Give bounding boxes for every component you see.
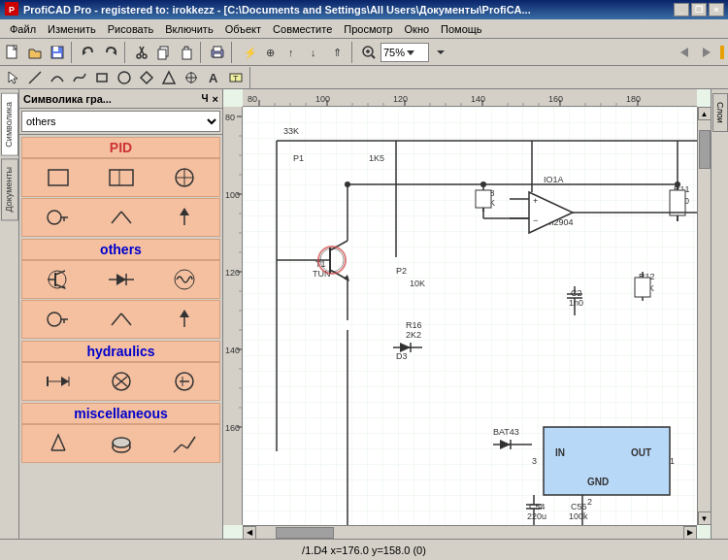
key-symbol2[interactable] [41, 305, 75, 334]
curve-tool[interactable] [69, 67, 90, 88]
line-tool[interactable] [24, 67, 46, 88]
svg-point-64 [175, 270, 194, 289]
print-button[interactable] [207, 42, 228, 63]
key-symbol[interactable] [41, 203, 75, 232]
symbols-close-btn[interactable]: × [213, 93, 218, 105]
main-area: Символика Документы Символика гра... Ч ×… [0, 89, 728, 539]
symbols-pin-btn[interactable]: Ч [202, 93, 209, 104]
canvas-area[interactable]: 80 100 120 140 160 180 [223, 89, 711, 539]
zoom-in-button[interactable] [358, 42, 380, 63]
menu-item-просмотр[interactable]: Просмотр [338, 21, 398, 37]
hyd-symbol2[interactable] [104, 367, 138, 396]
menu-item-окно[interactable]: Окно [399, 21, 436, 37]
wave-symbol[interactable] [167, 265, 201, 294]
svg-text:120: 120 [225, 268, 240, 278]
svg-text:P: P [9, 5, 15, 15]
menu-item-совместите[interactable]: Совместите [267, 21, 338, 37]
svg-text:C2: C2 [571, 288, 582, 298]
transistor-symbol[interactable] [41, 265, 75, 294]
menu-item-объект[interactable]: Объект [219, 21, 267, 37]
arrow-symbol2[interactable] [167, 305, 201, 334]
svg-text:↑: ↑ [288, 47, 294, 58]
minimize-button[interactable]: _ [674, 3, 689, 16]
vscroll-down-btn[interactable]: ▼ [698, 511, 711, 525]
svg-rect-5 [53, 53, 61, 57]
svg-text:C55: C55 [571, 502, 587, 511]
hyd-symbol3[interactable] [167, 367, 201, 396]
arc-tool[interactable] [47, 67, 68, 88]
cut-button[interactable] [131, 42, 152, 63]
arrow-up-symbol[interactable] [167, 203, 201, 232]
hscroll-track[interactable] [256, 526, 683, 540]
separator4 [231, 42, 235, 63]
rect-tool[interactable] [91, 67, 113, 88]
tab-dokumenty[interactable]: Документы [1, 158, 18, 220]
redo-button[interactable] [100, 42, 121, 63]
vscroll-thumb[interactable] [699, 130, 711, 169]
symbol-button5[interactable]: ⇑ [327, 42, 348, 63]
svg-rect-163 [476, 190, 491, 208]
rect-symbol[interactable] [41, 163, 75, 192]
close-button[interactable]: × [709, 3, 724, 16]
angle-symbol2[interactable] [104, 305, 138, 334]
hydraulics-section: hydraulics [21, 341, 220, 401]
nav-forward-button[interactable] [696, 42, 717, 63]
hscroll-left-btn[interactable]: ◀ [243, 526, 256, 540]
label-tool[interactable]: T [225, 67, 247, 88]
titlebar-title: ProfiCAD Pro - registered to: irokkezz -… [23, 4, 674, 16]
paste-button[interactable] [176, 42, 197, 63]
symbol-button1[interactable]: ⚡ [238, 42, 259, 63]
text-tool[interactable]: A [203, 67, 224, 88]
circle-tool[interactable] [114, 67, 135, 88]
svg-text:IO1A: IO1A [544, 175, 564, 184]
misc-symbol1[interactable] [41, 429, 75, 458]
symbol-button2[interactable]: ⊕ [260, 42, 281, 63]
diamond-tool[interactable] [136, 67, 157, 88]
open-button[interactable] [24, 42, 46, 63]
vscroll-up-btn[interactable]: ▲ [698, 107, 711, 120]
new-button[interactable] [2, 42, 23, 63]
zoom-dropdown-button[interactable] [430, 42, 451, 63]
hscroll-right-btn[interactable]: ▶ [683, 526, 697, 540]
canvas-content[interactable]: 33K P1 T1 TUN P2 10K [243, 107, 697, 525]
save-button[interactable] [47, 42, 68, 63]
tab-symbolika[interactable]: Символика [1, 93, 18, 156]
vscrollbar[interactable]: ▲ ▼ [697, 107, 711, 525]
pid-section: PID [21, 137, 220, 237]
cross-symbol[interactable] [167, 163, 201, 192]
menu-item-изменить[interactable]: Изменить [42, 21, 102, 37]
layers-tab[interactable]: Слои [712, 93, 728, 132]
menu-item-файл[interactable]: Файл [4, 21, 42, 37]
symbol-button4[interactable]: ↓ [305, 42, 326, 63]
misc-symbol2[interactable] [104, 429, 138, 458]
nav-back-button[interactable] [674, 42, 695, 63]
svg-text:GND: GND [587, 477, 609, 487]
zoom-value[interactable]: 75% [381, 43, 429, 62]
svg-text:R16: R16 [406, 320, 422, 330]
svg-point-240 [480, 181, 486, 187]
select-tool[interactable] [2, 67, 23, 88]
menu-item-помощь[interactable]: Помощь [435, 21, 488, 37]
side-tabs: Символика Документы [0, 89, 19, 539]
misc-symbol3[interactable] [167, 429, 201, 458]
angle-symbol[interactable] [104, 203, 138, 232]
triangle-tool[interactable] [158, 67, 180, 88]
diode-symbol[interactable] [104, 265, 138, 294]
menu-item-рисовать[interactable]: Рисовать [102, 21, 160, 37]
copy-button[interactable] [153, 42, 175, 63]
svg-text:BAT43: BAT43 [493, 427, 519, 437]
rect-symbol2[interactable] [104, 163, 138, 192]
svg-text:33K: 33K [283, 126, 299, 136]
category-dropdown[interactable]: others PID hydraulics miscellaneous [21, 111, 220, 132]
vscroll-track[interactable] [698, 120, 711, 511]
separator5 [351, 42, 355, 63]
crosshair-tool[interactable] [181, 67, 202, 88]
hyd-symbol1[interactable] [41, 367, 75, 396]
svg-text:↓: ↓ [311, 47, 316, 58]
restore-button[interactable]: ❐ [691, 3, 707, 16]
undo-button[interactable] [78, 42, 99, 63]
hscroll-thumb[interactable] [276, 527, 334, 539]
hscrollbar[interactable]: ◀ ▶ [243, 525, 697, 539]
symbol-button3[interactable]: ↑ [282, 42, 304, 63]
menu-item-включить[interactable]: Включить [159, 21, 218, 37]
